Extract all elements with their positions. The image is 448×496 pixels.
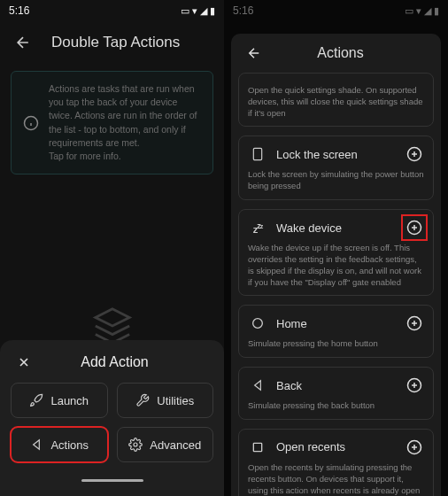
- back-arrow-icon: [14, 34, 32, 51]
- action-icon: [248, 440, 267, 454]
- action-category-grid: Launch Utilities Actions Advanced: [11, 383, 213, 462]
- info-box[interactable]: Actions are tasks that are run when you …: [11, 71, 213, 174]
- action-title: Wake device: [276, 221, 396, 235]
- add-action-button[interactable]: [405, 144, 424, 164]
- add-action-button[interactable]: [405, 218, 424, 237]
- actions-modal: Actions Quick settingsOpen the quick set…: [231, 34, 441, 496]
- close-icon: [17, 355, 31, 369]
- action-card[interactable]: Quick settingsOpen the quick settings sh…: [238, 73, 434, 127]
- modal-header: Actions: [231, 34, 441, 73]
- page-title: Double Tap Actions: [51, 34, 180, 51]
- nav-pill-icon: [81, 479, 143, 482]
- action-title: Open recents: [276, 440, 396, 453]
- action-card[interactable]: Open recentsOpen the recents by simulati…: [238, 429, 434, 496]
- action-desc: Lock the screen by simulating the power …: [248, 169, 424, 192]
- actions-list[interactable]: Quick settingsOpen the quick settings sh…: [231, 73, 441, 496]
- action-desc: Simulate pressing the back button: [248, 400, 424, 412]
- action-title: Home: [276, 317, 396, 330]
- cast-icon: ▭: [181, 5, 189, 17]
- triangle-left-icon: [29, 438, 43, 452]
- chip-launch[interactable]: Launch: [11, 383, 108, 418]
- page-header: Double Tap Actions: [0, 21, 224, 64]
- action-card[interactable]: HomeSimulate pressing the home button: [238, 305, 434, 358]
- back-arrow-icon: [246, 45, 262, 61]
- chip-actions[interactable]: Actions: [11, 427, 108, 462]
- action-icon: zzz: [248, 221, 267, 235]
- action-desc: Wake the device up if the screen is off.…: [248, 243, 424, 288]
- card-head: Open recents: [248, 437, 424, 458]
- action-icon: [248, 378, 267, 392]
- status-bar: 5:16 ▭ ▾ ◢ ▮: [0, 0, 224, 21]
- chip-label: Utilities: [157, 394, 194, 407]
- sheet-header: Add Action: [11, 351, 213, 383]
- nav-bar[interactable]: [11, 471, 213, 489]
- status-time: 5:16: [9, 4, 29, 17]
- card-head: Back: [248, 375, 424, 396]
- info-text: Actions are tasks that are run when you …: [49, 82, 202, 163]
- wrench-icon: [135, 393, 150, 407]
- card-head: zzzWake device: [248, 217, 424, 238]
- svg-marker-3: [95, 309, 128, 326]
- sheet-title: Add Action: [46, 354, 183, 370]
- gear-icon: [128, 438, 143, 452]
- svg-rect-24: [253, 443, 261, 451]
- action-icon: [248, 147, 267, 161]
- chip-label: Actions: [50, 438, 89, 452]
- info-icon: [22, 82, 40, 163]
- chip-utilities[interactable]: Utilities: [117, 383, 214, 418]
- chip-label: Advanced: [150, 438, 201, 452]
- svg-point-4: [134, 443, 137, 446]
- action-desc: Simulate pressing the home button: [248, 338, 424, 350]
- add-action-button[interactable]: [405, 376, 424, 395]
- modal-back-button[interactable]: [238, 37, 270, 69]
- chip-advanced[interactable]: Advanced: [117, 427, 214, 462]
- close-button[interactable]: [14, 353, 34, 372]
- signal-icon: ◢: [200, 5, 207, 17]
- svg-point-17: [253, 319, 263, 329]
- left-screen: 5:16 ▭ ▾ ◢ ▮ Double Tap Actions Actions …: [0, 0, 224, 496]
- action-desc: Open the recents by simulating pressing …: [248, 462, 424, 496]
- action-title: Lock the screen: [276, 148, 396, 161]
- svg-rect-9: [253, 149, 261, 160]
- chip-label: Launch: [50, 394, 89, 407]
- right-screen: 5:16 ▭ ▾ ◢ ▮ Double Tap Actions Actions …: [224, 0, 448, 496]
- add-action-button[interactable]: [405, 314, 424, 333]
- wifi-icon: ▾: [192, 5, 197, 17]
- card-head: Lock the screen: [248, 143, 424, 165]
- add-action-sheet: Add Action Launch Utilities Actions Adva…: [0, 340, 224, 496]
- status-icons: ▭ ▾ ◢ ▮: [181, 5, 215, 17]
- add-action-button[interactable]: [405, 438, 424, 457]
- action-desc: Open the quick settings shade. On suppor…: [248, 85, 424, 119]
- action-card[interactable]: BackSimulate pressing the back button: [238, 367, 434, 420]
- card-head: Home: [248, 313, 424, 334]
- modal-title: Actions: [279, 45, 402, 61]
- action-icon: [248, 316, 267, 330]
- action-title: Back: [276, 379, 396, 392]
- action-card[interactable]: Lock the screenLock the screen by simula…: [238, 136, 434, 200]
- action-card[interactable]: zzzWake deviceWake the device up if the …: [238, 209, 434, 296]
- battery-icon: ▮: [210, 5, 215, 17]
- rocket-icon: [29, 393, 43, 407]
- back-button[interactable]: [7, 27, 39, 58]
